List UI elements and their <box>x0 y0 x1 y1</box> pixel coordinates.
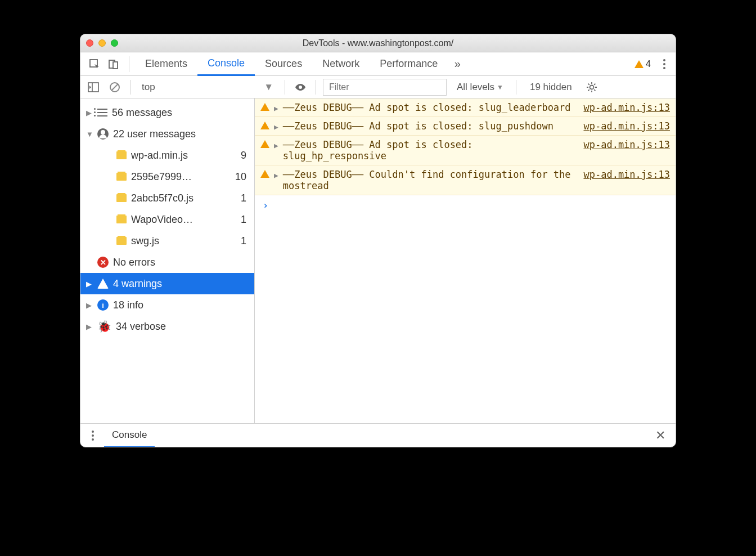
warning-icon <box>97 279 109 289</box>
drawer-menu-icon[interactable] <box>86 431 100 441</box>
main-tabs: Elements Console Sources Network Perform… <box>80 52 676 76</box>
bug-icon: 🐞 <box>97 320 111 333</box>
expand-caret-icon[interactable]: ▶ <box>274 171 278 191</box>
expand-caret-icon: ▶ <box>86 109 93 117</box>
console-message[interactable]: ▶ ––Zeus DEBUG–– Ad spot is closed: slug… <box>255 136 676 165</box>
sidebar-item-messages[interactable]: ▶ 56 messages <box>80 102 254 123</box>
file-count: 1 <box>241 192 246 204</box>
hidden-count[interactable]: 19 hidden <box>523 82 579 93</box>
errors-label: No errors <box>113 257 155 268</box>
console-message[interactable]: ▶ ––Zeus DEBUG–– Ad spot is closed: slug… <box>255 98 676 117</box>
user-icon <box>97 128 109 140</box>
tab-divider <box>129 56 129 72</box>
close-window-button[interactable] <box>86 39 93 47</box>
main-area: ▶ 56 messages ▼ 22 user messages wp-ad.m… <box>80 98 676 423</box>
user-messages-label: 22 user messages <box>113 128 196 140</box>
console-settings-icon[interactable] <box>583 79 600 96</box>
warning-icon <box>260 170 269 178</box>
svg-line-16 <box>594 83 595 84</box>
inspect-element-icon[interactable] <box>86 56 103 73</box>
file-name: 2abcb5f7c0.js <box>131 192 194 204</box>
sidebar-file-item[interactable]: WapoVideo… 1 <box>80 209 254 230</box>
file-count: 1 <box>241 214 246 226</box>
expand-caret-icon: ▶ <box>86 280 93 288</box>
close-drawer-icon[interactable]: ✕ <box>651 428 670 443</box>
svg-line-6 <box>112 84 118 90</box>
live-expression-icon[interactable] <box>292 79 309 96</box>
folder-icon <box>116 173 127 181</box>
file-count: 9 <box>241 150 246 162</box>
tab-performance[interactable]: Performance <box>370 52 448 75</box>
sidebar-item-verbose[interactable]: ▶ 🐞 34 verbose <box>80 316 254 337</box>
message-source-link[interactable]: wp-ad.min.js:13 <box>583 102 670 113</box>
sidebar-item-errors[interactable]: ▶ ✕ No errors <box>80 252 254 273</box>
message-source-link[interactable]: wp-ad.min.js:13 <box>583 139 670 162</box>
console-message[interactable]: ▶ ––Zeus DEBUG–– Couldn't find configura… <box>255 165 676 195</box>
sidebar-file-item[interactable]: swg.js 1 <box>80 230 254 252</box>
folder-icon <box>116 194 127 202</box>
sidebar-file-item[interactable]: 2595e7999… 10 <box>80 166 254 187</box>
list-icon <box>97 109 107 116</box>
tab-network[interactable]: Network <box>312 52 370 75</box>
context-selector[interactable]: top ▼ <box>137 79 278 96</box>
file-name: wp-ad.min.js <box>131 150 188 162</box>
console-sidebar: ▶ 56 messages ▼ 22 user messages wp-ad.m… <box>80 98 255 423</box>
console-message[interactable]: ▶ ––Zeus DEBUG–– Ad spot is closed: slug… <box>255 117 676 136</box>
tab-console[interactable]: Console <box>197 53 255 76</box>
error-icon: ✕ <box>97 257 109 268</box>
message-source-link[interactable]: wp-ad.min.js:13 <box>583 120 670 132</box>
clear-console-icon[interactable] <box>106 79 123 96</box>
levels-label: All levels <box>457 82 494 93</box>
collapse-caret-icon: ▼ <box>86 130 93 138</box>
drawer-tab-console[interactable]: Console <box>104 424 155 447</box>
file-count: 10 <box>235 171 246 183</box>
context-value: top <box>142 82 155 93</box>
minimize-window-button[interactable] <box>98 39 106 47</box>
dropdown-caret-icon: ▼ <box>264 82 273 93</box>
sidebar-item-warnings[interactable]: ▶ 4 warnings <box>80 273 254 294</box>
folder-icon <box>116 237 127 245</box>
warning-count-badge[interactable]: 4 <box>634 59 651 69</box>
toggle-sidebar-icon[interactable] <box>85 79 102 96</box>
filter-input[interactable] <box>323 79 447 96</box>
devtools-window: DevTools - www.washingtonpost.com/ Eleme… <box>80 34 676 447</box>
file-name: 2595e7999… <box>131 171 192 183</box>
svg-line-15 <box>588 89 589 91</box>
expand-caret-icon[interactable]: ▶ <box>274 141 278 162</box>
drawer: Console ✕ <box>80 423 676 447</box>
message-source-link[interactable]: wp-ad.min.js:13 <box>583 169 670 191</box>
expand-caret-icon: ▶ <box>86 301 93 310</box>
messages-label: 56 messages <box>112 107 172 119</box>
warning-icon <box>634 60 644 68</box>
svg-line-14 <box>594 89 595 91</box>
sidebar-file-item[interactable]: 2abcb5f7c0.js 1 <box>80 187 254 209</box>
expand-caret-icon[interactable]: ▶ <box>274 104 278 113</box>
svg-point-8 <box>590 85 593 89</box>
tab-sources[interactable]: Sources <box>255 52 312 75</box>
log-levels-selector[interactable]: All levels ▼ <box>451 82 509 93</box>
message-text: ––Zeus DEBUG–– Ad spot is closed: slug_p… <box>283 120 579 132</box>
folder-icon <box>116 151 127 159</box>
svg-line-13 <box>588 83 589 84</box>
info-icon: i <box>97 299 109 311</box>
tabs-overflow-icon[interactable]: » <box>449 56 466 73</box>
console-output: ▶ ––Zeus DEBUG–– Ad spot is closed: slug… <box>255 98 676 423</box>
sidebar-item-info[interactable]: ▶ i 18 info <box>80 294 254 316</box>
maximize-window-button[interactable] <box>111 39 118 47</box>
folder-icon <box>116 216 127 223</box>
warning-count: 4 <box>646 59 651 69</box>
message-text: ––Zeus DEBUG–– Ad spot is closed: slug_l… <box>283 102 579 113</box>
console-prompt[interactable]: › <box>255 195 676 216</box>
verbose-label: 34 verbose <box>116 321 166 333</box>
sidebar-item-user-messages[interactable]: ▼ 22 user messages <box>80 123 254 145</box>
file-name: swg.js <box>131 235 159 247</box>
expand-caret-icon: ▶ <box>86 322 93 331</box>
sidebar-file-item[interactable]: wp-ad.min.js 9 <box>80 145 254 166</box>
tab-elements[interactable]: Elements <box>135 52 197 75</box>
warning-icon <box>260 103 269 111</box>
warnings-label: 4 warnings <box>113 278 162 290</box>
device-toolbar-icon[interactable] <box>105 56 122 73</box>
expand-caret-icon[interactable]: ▶ <box>274 123 278 132</box>
settings-menu-icon[interactable] <box>658 59 671 69</box>
warning-icon <box>260 122 269 129</box>
